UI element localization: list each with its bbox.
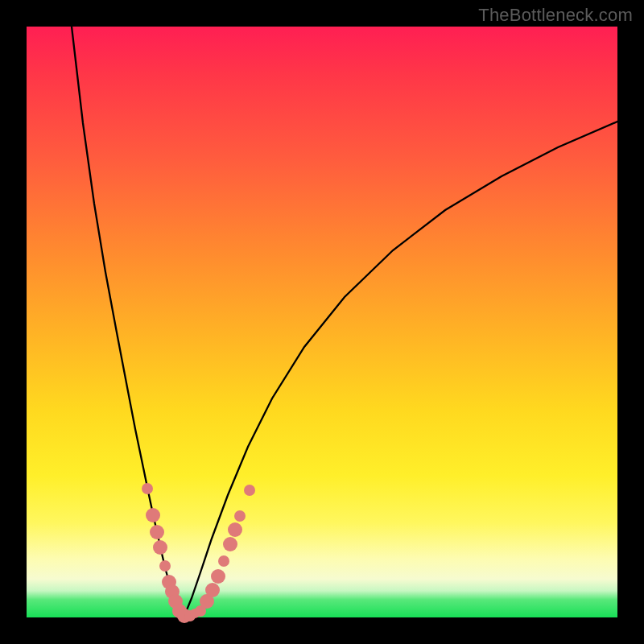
data-marker	[211, 569, 225, 584]
data-marker	[150, 525, 164, 539]
chart-frame: TheBottleneck.com	[0, 0, 644, 644]
data-marker	[218, 555, 229, 567]
data-marker	[234, 510, 246, 522]
data-marker	[142, 483, 153, 494]
data-marker	[244, 485, 255, 496]
data-marker	[159, 560, 171, 572]
data-marker	[228, 522, 242, 537]
watermark-text: TheBottleneck.com	[478, 5, 633, 26]
data-markers	[142, 483, 255, 623]
data-marker	[223, 537, 237, 551]
data-marker	[146, 508, 160, 522]
curve-right-branch	[184, 122, 617, 616]
chart-svg	[27, 27, 617, 617]
curve-left-branch	[72, 27, 184, 616]
data-marker	[205, 583, 220, 597]
plot-area	[27, 27, 617, 617]
data-marker	[153, 540, 167, 555]
